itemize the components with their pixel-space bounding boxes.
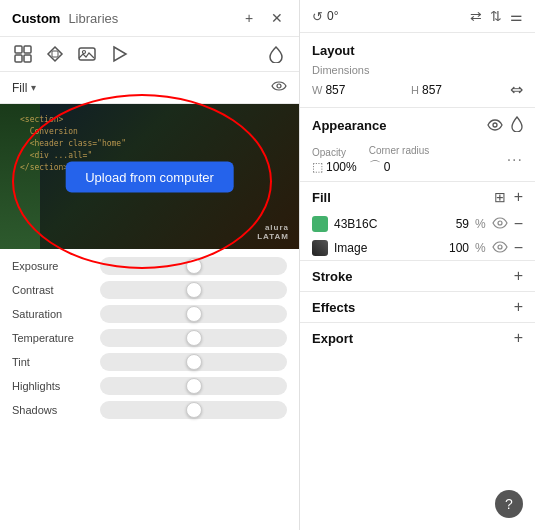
appearance-icons	[487, 116, 523, 135]
fill-item-image: Image 100 % −	[300, 236, 535, 260]
rotation-input[interactable]: ↺ 0°	[312, 9, 338, 24]
logo-text: alura	[257, 223, 289, 232]
resize-lock-icon[interactable]: ⇔	[510, 80, 523, 99]
fill-chevron-icon: ▾	[31, 82, 36, 93]
temperature-row: Temperature	[12, 329, 287, 347]
close-icon[interactable]: ✕	[267, 8, 287, 28]
rotation-icons: ⇄ ⇅ ⚌	[470, 8, 523, 24]
add-fill-icon[interactable]: +	[514, 188, 523, 206]
fill-section-icons: ⊞ +	[494, 188, 523, 206]
height-field[interactable]: H 857	[411, 83, 504, 97]
exposure-row: Exposure	[12, 257, 287, 275]
drop-icon[interactable]	[511, 116, 523, 135]
fill-eye-icon-0[interactable]	[492, 216, 508, 232]
fill-hex-value[interactable]: 43B16C	[334, 217, 450, 231]
image-icon[interactable]	[76, 43, 98, 65]
opacity-value-row: ⬚ 100%	[312, 160, 357, 174]
temperature-thumb	[186, 330, 202, 346]
saturation-row: Saturation	[12, 305, 287, 323]
stroke-title: Stroke	[312, 269, 352, 284]
highlights-slider[interactable]	[100, 377, 287, 395]
fill-row: Fill ▾	[0, 72, 299, 104]
contrast-slider[interactable]	[100, 281, 287, 299]
shadows-thumb	[186, 402, 202, 418]
fill-style-icon[interactable]	[271, 78, 287, 97]
water-drop-icon[interactable]	[265, 43, 287, 65]
toolbar-icon-row	[0, 37, 299, 72]
remove-fill-1-icon[interactable]: −	[514, 239, 523, 257]
opacity-icon: ⬚	[312, 160, 323, 174]
rotation-icon: ↺	[312, 9, 323, 24]
svg-point-8	[277, 84, 281, 88]
image-swatch[interactable]	[312, 240, 328, 256]
svg-rect-2	[15, 55, 22, 62]
add-effect-icon[interactable]: +	[514, 298, 523, 316]
add-stroke-icon[interactable]: +	[514, 267, 523, 285]
upload-btn-container: Upload from computer	[65, 161, 234, 192]
opacity-value[interactable]: 100%	[326, 160, 357, 174]
play-icon[interactable]	[108, 43, 130, 65]
add-icon[interactable]: +	[239, 8, 259, 28]
svg-rect-0	[15, 46, 22, 53]
more-options-icon[interactable]: ···	[507, 151, 523, 169]
color-swatch[interactable]	[312, 216, 328, 232]
width-field[interactable]: W 857	[312, 83, 405, 97]
opacity-label: Opacity	[312, 147, 357, 158]
highlights-row: Highlights	[12, 377, 287, 395]
fill-eye-icon-1[interactable]	[492, 240, 508, 256]
eye-icon[interactable]	[487, 118, 503, 134]
contrast-label: Contrast	[12, 284, 92, 296]
help-button[interactable]: ?	[495, 490, 523, 518]
fill-image-label[interactable]: Image	[334, 241, 443, 255]
highlights-label: Highlights	[12, 380, 92, 392]
more-settings-icon[interactable]: ⚌	[510, 8, 523, 24]
h-value: 857	[422, 83, 442, 97]
opacity-corner-row: Opacity ⬚ 100% Corner radius ⌒ 0 ···	[300, 143, 535, 181]
fill-dropdown[interactable]: Fill ▾	[12, 81, 36, 95]
fill-percent-0: %	[475, 217, 486, 231]
fill-item-color: 43B16C 59 % −	[300, 212, 535, 236]
svg-point-10	[498, 221, 502, 225]
grid-icon[interactable]	[12, 43, 34, 65]
appearance-section: Appearance Opacity ⬚	[300, 108, 535, 181]
fill-opacity-value[interactable]: 59	[456, 217, 469, 231]
dimensions-label: Dimensions	[312, 64, 523, 76]
flip-v-icon[interactable]: ⇅	[490, 8, 502, 24]
h-label: H	[411, 84, 419, 96]
exposure-slider[interactable]	[100, 257, 287, 275]
opacity-group: Opacity ⬚ 100%	[312, 147, 357, 174]
preview-logo: alura LATAM	[257, 223, 289, 241]
corner-icon: ⌒	[369, 158, 381, 175]
temperature-label: Temperature	[12, 332, 92, 344]
tab-custom[interactable]: Custom	[12, 11, 60, 26]
tint-label: Tint	[12, 356, 92, 368]
sliders-section: Exposure Contrast Saturation Temperature	[0, 249, 299, 530]
tab-libraries[interactable]: Libraries	[68, 11, 118, 26]
export-section: Export +	[300, 322, 535, 353]
saturation-label: Saturation	[12, 308, 92, 320]
fill-image-opacity[interactable]: 100	[449, 241, 469, 255]
tint-thumb	[186, 354, 202, 370]
corner-radius-label: Corner radius	[369, 145, 495, 156]
appearance-title: Appearance	[312, 118, 386, 133]
rotation-value: 0°	[327, 9, 338, 23]
exposure-label: Exposure	[12, 260, 92, 272]
rotation-bar: ↺ 0° ⇄ ⇅ ⚌	[300, 0, 535, 33]
grid-fill-icon[interactable]: ⊞	[494, 189, 506, 205]
saturation-slider[interactable]	[100, 305, 287, 323]
flip-h-icon[interactable]: ⇄	[470, 8, 482, 24]
export-title: Export	[312, 331, 353, 346]
svg-rect-4	[52, 51, 58, 57]
svg-point-11	[498, 245, 502, 249]
tint-slider[interactable]	[100, 353, 287, 371]
preview-background: <section> Conversion <header class="home…	[0, 104, 299, 249]
temperature-slider[interactable]	[100, 329, 287, 347]
effects-title: Effects	[312, 300, 355, 315]
component-icon[interactable]	[44, 43, 66, 65]
corner-value[interactable]: 0	[384, 160, 391, 174]
logo-sub: LATAM	[257, 232, 289, 241]
remove-fill-0-icon[interactable]: −	[514, 215, 523, 233]
shadows-slider[interactable]	[100, 401, 287, 419]
upload-from-computer-button[interactable]: Upload from computer	[65, 161, 234, 192]
add-export-icon[interactable]: +	[514, 329, 523, 347]
